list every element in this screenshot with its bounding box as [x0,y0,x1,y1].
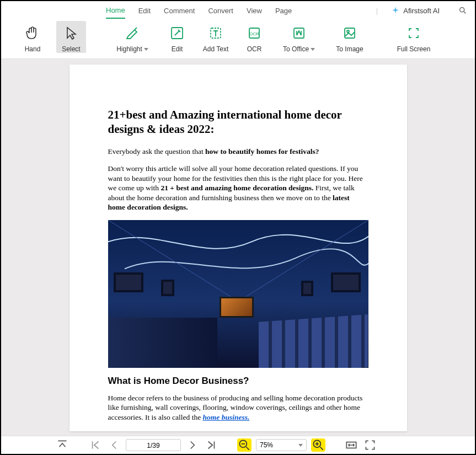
highlighter-icon [124,24,141,42]
tab-convert[interactable]: Convert [208,3,233,18]
zoom-in-icon[interactable] [311,438,325,452]
svg-point-8 [347,30,349,33]
full-screen-tool[interactable]: Full Screen [388,21,439,53]
document-page: 21+best and Amazing international home d… [69,65,407,431]
tab-view[interactable]: View [247,3,262,18]
fullscreen-icon [405,24,422,42]
cursor-icon [62,24,80,42]
scroll-top-icon[interactable] [55,438,69,452]
ocr-tool[interactable]: OCR OCR [235,21,274,53]
zoom-out-icon[interactable] [237,438,252,452]
prev-page-icon[interactable] [107,438,121,452]
edit-tool[interactable]: Edit [158,21,196,53]
fit-width-icon[interactable] [344,438,359,452]
tab-home[interactable]: Home [106,3,125,19]
edit-icon [168,24,186,42]
doc-image [108,220,368,368]
doc-paragraph: Home decor refers to the business of pro… [108,393,368,422]
menu-tabs: Home Edit Comment Convert View Page | Af… [1,1,475,20]
add-text-tool[interactable]: Add Text [196,21,235,53]
svg-line-1 [464,12,466,13]
chevron-down-icon [298,444,303,447]
to-office-icon [290,24,308,42]
tab-comment[interactable]: Comment [164,3,195,18]
highlight-tool[interactable]: Highlight [107,21,158,53]
search-icon[interactable] [458,6,467,15]
add-text-icon [207,24,224,42]
doc-heading: What is Home Decor Business? [108,376,368,387]
tab-edit[interactable]: Edit [138,3,151,18]
select-tool[interactable]: Select [56,21,86,53]
svg-line-18 [320,447,323,449]
to-image-tool[interactable]: To Image [324,21,375,53]
doc-link-home-business[interactable]: home business. [203,413,250,421]
to-office-tool[interactable]: To Office [274,21,324,53]
svg-text:OCR: OCR [249,31,259,36]
tab-page[interactable]: Page [275,3,292,18]
doc-paragraph: Everybody ask the question that how to b… [108,147,368,157]
hand-tool[interactable]: Hand [13,21,52,53]
doc-paragraph: Don't worry this article will solve all … [108,164,368,212]
last-page-icon[interactable] [204,438,218,452]
status-bar: 1/39 75% [1,436,475,454]
page-number-input[interactable]: 1/39 [126,439,181,451]
first-page-icon[interactable] [88,438,103,452]
zoom-level-select[interactable]: 75% [256,439,307,451]
afirstsoft-ai-button[interactable]: Afirstsoft AI [391,6,440,15]
ocr-icon: OCR [245,24,263,42]
svg-point-0 [460,8,464,12]
hand-icon [24,24,41,42]
doc-title: 21+best and Amazing international home d… [108,108,368,137]
svg-line-14 [246,447,249,449]
toolbar: Hand Select Highlight Edit Add Text [1,20,475,58]
chevron-down-icon [144,48,148,51]
to-image-icon [341,24,359,42]
doc-paragraph: Home decoration includes gorgeousness el… [108,430,368,431]
document-viewport[interactable]: 21+best and Amazing international home d… [1,59,475,437]
svg-rect-6 [294,28,304,38]
sparkle-icon [391,6,400,15]
chevron-down-icon [311,48,315,51]
fit-page-icon[interactable] [363,438,377,452]
next-page-icon[interactable] [185,438,200,452]
